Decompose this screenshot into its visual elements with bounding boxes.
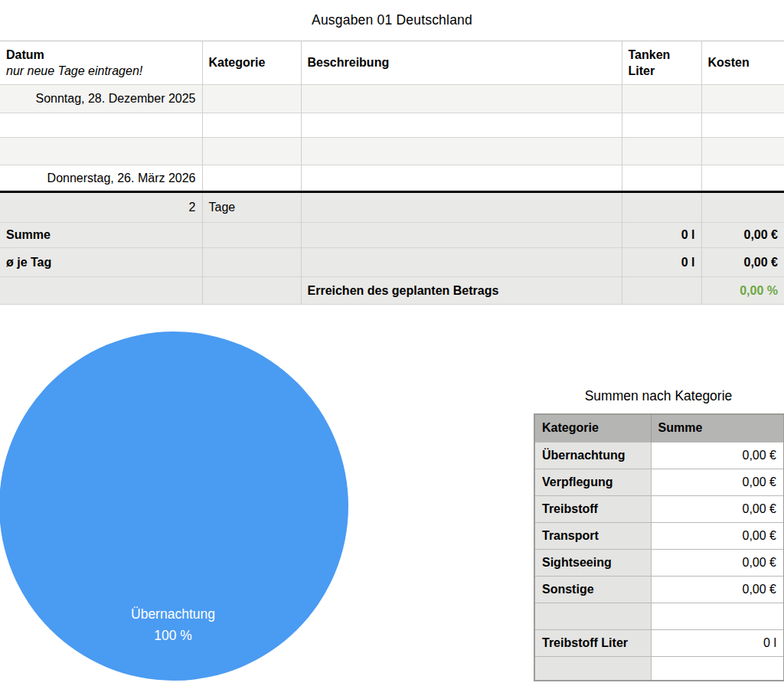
cell-beschreibung[interactable] [301,138,622,165]
cell-datum[interactable]: Sonntag, 28. Dezember 2025 [0,85,202,113]
cell-avg-liter[interactable]: 0 l [622,248,701,277]
cell-beschreibung[interactable] [301,85,622,113]
cell-kategorie[interactable] [202,223,301,248]
cell-beschreibung[interactable] [301,113,622,138]
cell-tanken[interactable] [622,165,701,192]
cell-beschreibung[interactable] [301,248,622,277]
category-value[interactable]: 0,00 € [651,549,784,576]
sheet-title: Ausgaben 01 Deutschland [0,12,784,28]
category-value[interactable] [651,656,784,681]
header-cell-datum[interactable]: Datum nur neue Tage eintragen! [0,41,202,85]
header-datum-note: nur neue Tage eintragen! [6,63,196,79]
category-row-transport: Transport 0,00 € [534,522,784,549]
cell-kosten[interactable] [701,192,784,223]
cell-avg-kosten[interactable]: 0,00 € [701,248,784,277]
cell-tanken[interactable] [622,277,701,305]
cell-tanken[interactable] [622,113,701,138]
cell-goal-percent[interactable]: 0,00 % [701,277,784,305]
category-row-empty-1 [534,603,784,629]
header-cell-tanken-liter[interactable]: Tanken Liter [622,41,701,85]
cell-tanken[interactable] [622,138,701,165]
category-value[interactable]: 0 l [651,629,784,656]
cell-datum[interactable] [0,138,202,165]
category-header-summe[interactable]: Summe [651,414,784,442]
pie-slice-label-percent: 100 % [74,625,273,646]
category-value[interactable]: 0,00 € [651,576,784,603]
header-datum-label: Datum [6,47,196,63]
header-cell-kategorie[interactable]: Kategorie [202,41,301,85]
cell-summe-kosten[interactable]: 0,00 € [701,223,784,248]
category-label[interactable]: Sightseeing [534,549,651,576]
cell-beschreibung[interactable] [301,192,622,223]
cell-beschreibung[interactable] [301,165,622,192]
category-value[interactable]: 0,00 € [651,469,784,495]
category-value[interactable] [651,603,784,629]
expense-row-empty-2 [0,138,784,165]
cell-tage-label[interactable]: Tage [202,192,301,223]
category-header-row: Kategorie Summe [534,414,784,442]
cell-tanken[interactable] [622,192,701,223]
header-cell-kosten[interactable]: Kosten [701,41,784,85]
cell-goal-label[interactable]: Erreichen des geplanten Betrags [301,277,622,305]
expense-row-empty-1 [0,113,784,138]
cell-kategorie[interactable] [202,113,301,138]
cell-datum[interactable]: Donnerstag, 26. März 2026 [0,165,202,192]
cell-datum[interactable] [0,113,202,138]
category-value[interactable]: 0,00 € [651,495,784,522]
cell-kosten[interactable] [701,113,784,138]
expense-row-summe: Summe 0 l 0,00 € [0,223,784,248]
pie-chart[interactable]: Übernachtung 100 % [0,332,348,681]
expense-table: Datum nur neue Tage eintragen! Kategorie… [0,41,784,305]
cell-tanken[interactable] [622,85,701,113]
cell-kategorie[interactable] [202,277,301,305]
expense-header-row: Datum nur neue Tage eintragen! Kategorie… [0,41,784,85]
category-label[interactable] [534,603,651,629]
expense-row-tage: 2 Tage [0,192,784,223]
pie-slice-label-category: Übernachtung [74,603,273,625]
cell-summe-liter[interactable]: 0 l [622,223,701,248]
expense-row-date-2: Donnerstag, 26. März 2026 [0,165,784,192]
cell-kategorie[interactable] [202,248,301,277]
category-row-uebernachtung: Übernachtung 0,00 € [534,442,784,469]
cell-avg-label[interactable]: ø je Tag [0,248,202,277]
cell-kosten[interactable] [701,165,784,192]
category-row-sightseeing: Sightseeing 0,00 € [534,549,784,576]
cell-kategorie[interactable] [202,138,301,165]
cell-kategorie[interactable] [202,165,301,192]
cell-kategorie[interactable] [202,85,301,113]
category-value[interactable]: 0,00 € [651,442,784,469]
category-label[interactable]: Transport [534,522,651,549]
cell-kosten[interactable] [701,85,784,113]
category-table-title: Summen nach Kategorie [534,388,783,404]
category-table: Kategorie Summe Übernachtung 0,00 € Verp… [534,413,784,681]
expense-row-date-1: Sonntag, 28. Dezember 2025 [0,85,784,113]
category-row-verpflegung: Verpflegung 0,00 € [534,469,784,495]
header-cell-beschreibung[interactable]: Beschreibung [301,41,622,85]
cell-tage-count[interactable]: 2 [0,192,202,223]
category-label[interactable]: Treibstoff Liter [534,629,651,656]
expense-row-avg: ø je Tag 0 l 0,00 € [0,248,784,277]
category-row-empty-2 [534,656,784,681]
category-row-sonstige: Sonstige 0,00 € [534,576,784,603]
cell-datum[interactable] [0,277,202,305]
pie-slice-label: Übernachtung 100 % [74,603,273,646]
cell-beschreibung[interactable] [301,223,622,248]
category-label[interactable]: Treibstoff [534,495,651,522]
cell-summe-label[interactable]: Summe [0,223,202,248]
category-header-kategorie[interactable]: Kategorie [534,414,651,442]
category-label[interactable]: Übernachtung [534,442,651,469]
category-row-treibstoff: Treibstoff 0,00 € [534,495,784,522]
expense-row-goal: Erreichen des geplanten Betrags 0,00 % [0,277,784,305]
category-value[interactable]: 0,00 € [651,522,784,549]
category-label[interactable]: Verpflegung [534,469,651,495]
category-label[interactable] [534,656,651,681]
category-label[interactable]: Sonstige [534,576,651,603]
cell-kosten[interactable] [701,138,784,165]
category-row-treibstoff-liter: Treibstoff Liter 0 l [534,629,784,656]
